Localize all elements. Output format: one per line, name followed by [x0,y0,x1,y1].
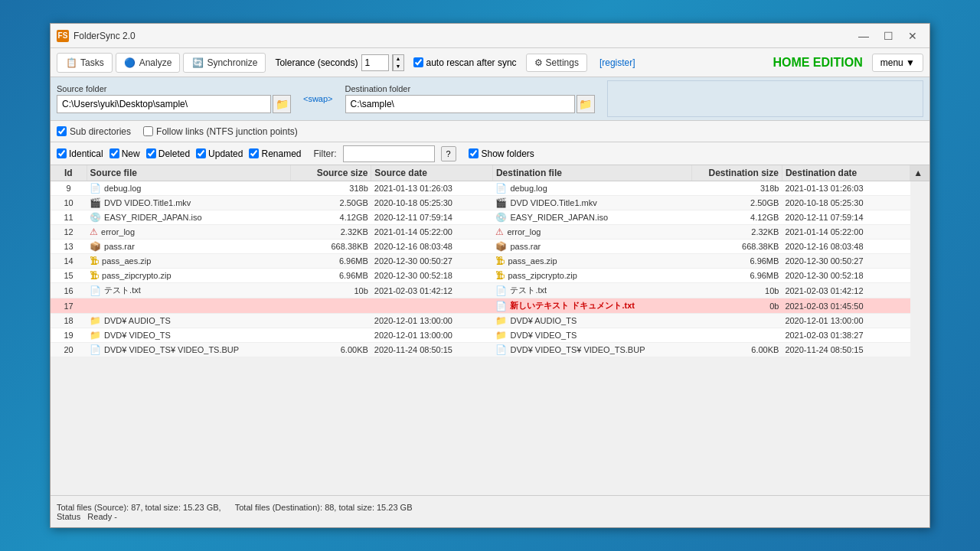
col-header-dest-size[interactable]: Destination size [692,165,782,181]
synchronize-label: Synchronize [207,57,257,68]
cell-id: 16 [51,283,87,298]
new-label: New [122,148,140,159]
synchronize-button[interactable]: 🔄 Synchronize [183,53,266,73]
cell-source-date: 2020-12-01 13:00:00 [371,328,493,343]
window-title: FolderSync 2.0 [74,31,136,41]
cell-source-file: 📄debug.log [87,181,290,196]
cell-id: 12 [51,225,87,240]
spin-down-button[interactable]: ▼ [393,63,403,70]
home-edition-label: HOME EDITION [773,56,862,70]
cell-dest-date: 2021-01-14 05:22:00 [782,225,910,240]
table-row: 20 📄DVD¥ VIDEO_TS¥ VIDEO_TS.BUP 6.00KB 2… [51,343,929,357]
menu-button[interactable]: menu ▼ [872,54,923,72]
settings-button[interactable]: ⚙ Settings [526,54,587,72]
updated-checkbox[interactable] [196,148,206,158]
cell-source-size: 6.00KB [291,343,371,357]
analyze-icon: 🔵 [124,57,136,69]
filter-label: Filter: [314,148,337,159]
col-header-source-date[interactable]: Source date [371,165,493,181]
close-button[interactable]: ✕ [902,28,923,44]
sub-directories-checkbox[interactable] [57,126,67,136]
cell-source-date: 2020-12-30 00:50:27 [371,254,493,269]
cell-id: 10 [51,196,87,210]
deleted-checkbox[interactable] [146,148,156,158]
updated-filter[interactable]: Updated [196,148,243,159]
cell-dest-file: 🗜pass_zipcrypto.zip [492,269,691,283]
follow-links-option[interactable]: Follow links (NTFS junction points) [143,126,298,137]
status-value: Ready - [87,512,117,521]
cell-dest-size: 2.32KB [692,225,782,240]
follow-links-label: Follow links (NTFS junction points) [156,126,298,137]
renamed-filter[interactable]: Renamed [249,148,301,159]
minimize-button[interactable]: — [853,28,874,44]
cell-source-size: 2.32KB [291,225,371,240]
new-filter[interactable]: New [109,148,140,159]
table-row: 17 📄新しいテキスト ドキュメント.txt 0b 2021-02-03 01:… [51,298,929,314]
tasks-button[interactable]: 📋 Tasks [57,53,113,73]
identical-filter[interactable]: Identical [57,148,103,159]
tasks-label: Tasks [80,57,104,68]
cell-dest-size: 6.00KB [692,343,782,357]
dest-summary-text: Total files (Destination): 88, total siz… [235,503,413,512]
cell-dest-size: 0b [692,298,782,314]
col-header-source-file[interactable]: Source file [87,165,290,181]
new-checkbox[interactable] [109,148,119,158]
renamed-checkbox[interactable] [249,148,259,158]
show-folders-label: Show folders [482,148,534,159]
cell-source-file: 📄テスト.txt [87,283,290,298]
cell-dest-date: 2021-02-03 01:45:50 [782,298,910,314]
table-scroll[interactable]: Id Source file Source size Source date D… [51,165,929,495]
file-table-container: Id Source file Source size Source date D… [51,165,929,495]
follow-links-checkbox[interactable] [143,126,153,136]
maximize-button[interactable]: ☐ [877,28,899,44]
filter-input[interactable] [343,145,435,162]
cell-source-size: 10b [291,283,371,298]
cell-dest-size: 2.50GB [692,196,782,210]
col-header-id[interactable]: Id [51,165,87,181]
cell-id: 20 [51,343,87,357]
cell-dest-date: 2020-12-30 00:50:27 [782,254,910,269]
swap-button[interactable]: <swap> [297,94,339,103]
sub-directories-option[interactable]: Sub directories [57,126,131,137]
analyze-button[interactable]: 🔵 Analyze [116,53,181,73]
cell-dest-date: 2021-02-03 01:38:27 [782,328,910,343]
cell-source-date: 2020-12-30 00:52:18 [371,269,493,283]
col-header-dest-date[interactable]: Destination date [782,165,910,181]
cell-dest-size: 6.96MB [692,269,782,283]
table-row: 15 🗜pass_zipcrypto.zip 6.96MB 2020-12-30… [51,269,929,283]
cell-source-file: 📁DVD¥ AUDIO_TS [87,314,290,328]
status-line: Status Ready - [57,512,923,521]
filter-help-button[interactable]: ? [441,146,456,161]
cell-source-file: 📄DVD¥ VIDEO_TS¥ VIDEO_TS.BUP [87,343,290,357]
sub-directories-label: Sub directories [70,126,131,137]
cell-source-date: 2020-12-01 13:00:00 [371,314,493,328]
destination-folder-input[interactable] [345,95,575,113]
cell-id: 19 [51,328,87,343]
source-folder-section: Source folder 📁 [57,84,291,113]
cell-dest-date: 2020-12-11 07:59:14 [782,210,910,225]
cell-source-file: 📁DVD¥ VIDEO_TS [87,328,290,343]
source-folder-input[interactable] [57,95,271,113]
register-link[interactable]: [register] [599,57,635,68]
deleted-filter[interactable]: Deleted [146,148,190,159]
cell-dest-size: 318b [692,181,782,196]
cell-source-date: 2021-01-13 01:26:03 [371,181,493,196]
show-folders-option[interactable]: Show folders [469,148,534,159]
col-header-dest-file[interactable]: Destination file [492,165,691,181]
main-window: FS FolderSync 2.0 — ☐ ✕ 📋 Tasks 🔵 Analyz… [50,23,930,528]
cell-source-file [87,298,290,314]
col-header-source-size[interactable]: Source size [291,165,371,181]
title-bar: FS FolderSync 2.0 — ☐ ✕ [51,24,929,48]
cell-source-file: 🗜pass_aes.zip [87,254,290,269]
source-folder-label: Source folder [57,84,291,93]
tolerance-input[interactable] [361,54,389,71]
spin-up-button[interactable]: ▲ [393,55,403,63]
auto-rescan-checkbox[interactable] [413,57,423,67]
identical-checkbox[interactable] [57,148,67,158]
show-folders-checkbox[interactable] [469,148,479,158]
cell-dest-date: 2020-12-16 08:03:48 [782,240,910,254]
cell-id: 9 [51,181,87,196]
destination-folder-browse-button[interactable]: 📁 [577,95,595,113]
cell-source-size [291,298,371,314]
source-folder-browse-button[interactable]: 📁 [273,95,291,113]
